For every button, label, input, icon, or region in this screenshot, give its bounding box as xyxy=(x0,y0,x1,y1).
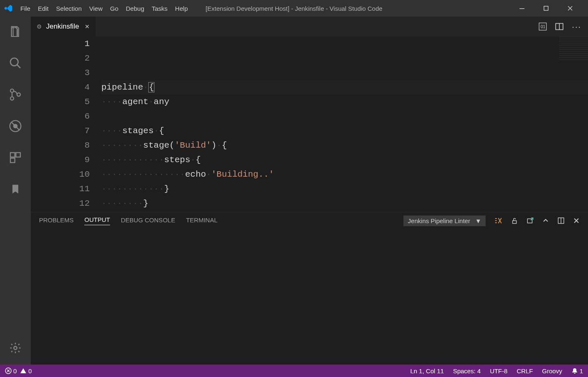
code-line[interactable]: ····agent·any xyxy=(101,95,588,109)
activity-settings-icon[interactable] xyxy=(7,340,24,356)
activity-extensions-icon[interactable] xyxy=(7,149,24,166)
menu-edit[interactable]: Edit xyxy=(34,2,52,15)
svg-rect-9 xyxy=(16,153,20,157)
activity-bar xyxy=(0,17,31,365)
output-channel-label: Jenkins Pipeline Linter xyxy=(408,217,470,224)
status-language[interactable]: Groovy xyxy=(542,367,562,375)
code-line[interactable]: pipeline·{ xyxy=(101,80,588,95)
status-notifications[interactable]: 1 xyxy=(571,367,583,375)
code-line[interactable]: ········} xyxy=(101,196,588,211)
menu-go[interactable]: Go xyxy=(106,2,122,15)
line-gutter: 123456789101112 xyxy=(31,36,101,212)
code-line[interactable]: ····stages·{ xyxy=(101,124,588,138)
tab-close-icon[interactable]: ✕ xyxy=(85,23,90,30)
open-file-icon[interactable] xyxy=(527,217,534,224)
svg-point-11 xyxy=(14,346,17,350)
activity-search-icon[interactable] xyxy=(7,55,24,71)
menu-debug[interactable]: Debug xyxy=(122,2,148,15)
svg-point-2 xyxy=(10,58,18,66)
file-icon: ⚙ xyxy=(37,23,42,30)
code-line[interactable]: ········stage('Build')·{ xyxy=(101,138,588,153)
code-editor[interactable]: 123456789101112 pipeline·{····agent·any·… xyxy=(31,36,588,212)
svg-point-3 xyxy=(10,89,14,92)
panel-collapse-icon[interactable] xyxy=(542,217,549,224)
editor-action-grid-icon[interactable]: 01 xyxy=(539,22,547,31)
status-warnings[interactable]: 0 xyxy=(20,367,32,375)
close-icon[interactable] xyxy=(567,5,580,11)
activity-scm-icon[interactable] xyxy=(7,86,24,103)
code-line[interactable]: ············} xyxy=(101,182,588,196)
titlebar: File Edit Selection View Go Debug Tasks … xyxy=(0,0,588,17)
line-number: 1 xyxy=(31,36,90,51)
line-number: 4 xyxy=(31,80,90,95)
line-number: 11 xyxy=(31,182,90,196)
status-spaces[interactable]: Spaces: 4 xyxy=(453,367,481,375)
window-title: [Extension Development Host] - Jenkinsfi… xyxy=(206,5,382,12)
maximize-icon[interactable] xyxy=(543,5,556,11)
line-number: 10 xyxy=(31,167,90,182)
svg-point-4 xyxy=(10,97,14,100)
status-eol[interactable]: CRLF xyxy=(517,367,533,375)
svg-rect-0 xyxy=(519,8,524,9)
bottom-panel: PROBLEMS OUTPUT DEBUG CONSOLE TERMINAL J… xyxy=(31,212,588,365)
minimap[interactable] xyxy=(559,36,588,61)
tab-label: Jenkinsfile xyxy=(46,22,79,31)
output-body[interactable] xyxy=(31,229,588,365)
editor-action-more-icon[interactable]: ··· xyxy=(572,22,581,32)
line-number: 9 xyxy=(31,153,90,167)
panel-tab-terminal[interactable]: TERMINAL xyxy=(186,216,218,225)
menu-tasks[interactable]: Tasks xyxy=(148,2,171,15)
svg-point-7 xyxy=(13,124,18,129)
editor-action-split-icon[interactable] xyxy=(555,22,564,31)
code-line[interactable]: ················echo·'Building..' xyxy=(101,167,588,182)
menu-file[interactable]: File xyxy=(17,2,34,15)
panel-close-icon[interactable] xyxy=(573,217,580,224)
svg-rect-16 xyxy=(513,221,517,224)
svg-text:01: 01 xyxy=(541,24,546,29)
code-line[interactable]: ············steps·{ xyxy=(101,153,588,167)
code-line[interactable]: ········stage('Test')·{ xyxy=(101,211,588,212)
clear-output-icon[interactable] xyxy=(494,216,502,225)
status-errors[interactable]: 0 xyxy=(5,367,17,375)
menu-help[interactable]: Help xyxy=(172,2,192,15)
panel-tab-output[interactable]: OUTPUT xyxy=(84,216,110,225)
status-bar: 0 0 Ln 1, Col 11 Spaces: 4 UTF-8 CRLF Gr… xyxy=(0,365,588,377)
line-number: 5 xyxy=(31,95,90,109)
lock-scroll-icon[interactable] xyxy=(511,217,518,224)
svg-rect-10 xyxy=(10,158,15,163)
code-line[interactable] xyxy=(101,109,588,124)
line-number: 12 xyxy=(31,196,90,211)
tab-bar: ⚙ Jenkinsfile ✕ 01 ··· xyxy=(31,17,588,36)
status-cursor-position[interactable]: Ln 1, Col 11 xyxy=(410,367,444,375)
chevron-down-icon: ▼ xyxy=(475,217,481,224)
line-number: 3 xyxy=(31,66,90,80)
svg-rect-1 xyxy=(544,6,548,10)
output-channel-select[interactable]: Jenkins Pipeline Linter ▼ xyxy=(403,215,486,226)
svg-rect-8 xyxy=(10,153,15,157)
status-encoding[interactable]: UTF-8 xyxy=(490,367,508,375)
panel-tab-debug-console[interactable]: DEBUG CONSOLE xyxy=(121,216,175,225)
activity-explorer-icon[interactable] xyxy=(7,23,24,40)
line-number: 6 xyxy=(31,109,90,124)
tab-jenkinsfile[interactable]: ⚙ Jenkinsfile ✕ xyxy=(31,17,96,36)
menu-selection[interactable]: Selection xyxy=(52,2,86,15)
window-controls xyxy=(519,5,588,11)
line-number: 2 xyxy=(31,51,90,66)
menu-view[interactable]: View xyxy=(86,2,106,15)
panel-maximize-icon[interactable] xyxy=(557,217,565,224)
svg-point-5 xyxy=(17,93,20,96)
activity-debug-icon[interactable] xyxy=(7,118,24,134)
line-number: 8 xyxy=(31,138,90,153)
minimize-icon[interactable] xyxy=(519,5,532,11)
activity-bookmark-icon[interactable] xyxy=(7,181,24,197)
vscode-logo-icon xyxy=(0,4,17,13)
menu-bar: File Edit Selection View Go Debug Tasks … xyxy=(17,2,191,15)
panel-tab-problems[interactable]: PROBLEMS xyxy=(39,216,74,225)
line-number: 7 xyxy=(31,124,90,138)
